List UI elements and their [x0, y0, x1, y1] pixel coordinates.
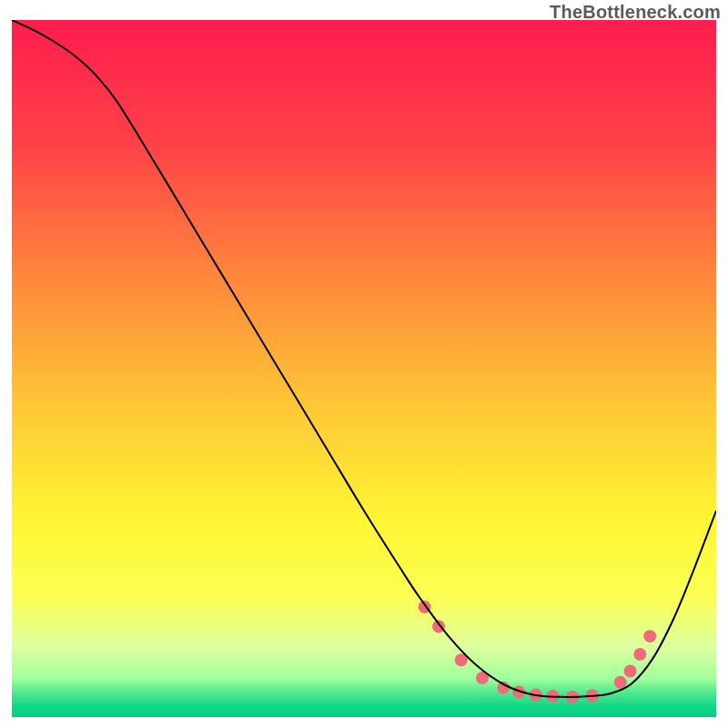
chart-plot-area — [12, 20, 716, 717]
marker-dot — [633, 648, 646, 661]
chart-frame: TheBottleneck.com — [0, 0, 728, 728]
marker-dot — [614, 676, 627, 689]
background-gradient — [12, 20, 716, 717]
marker-dot — [643, 630, 656, 642]
chart-svg — [12, 20, 716, 717]
watermark-text: TheBottleneck.com — [550, 2, 721, 23]
marker-dot — [624, 664, 637, 677]
